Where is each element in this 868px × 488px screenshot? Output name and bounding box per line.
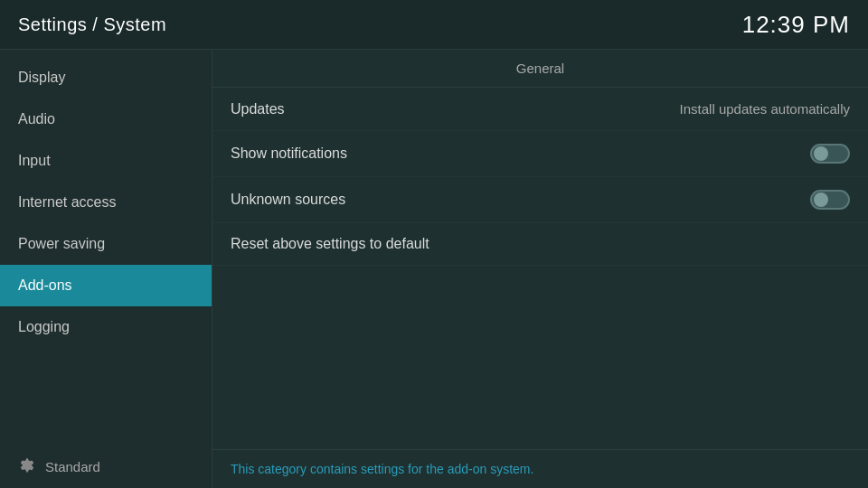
sidebar-item-audio[interactable]: Audio [0, 99, 212, 140]
section-header: General [212, 50, 868, 88]
setting-row-show-notifications[interactable]: Show notifications [212, 131, 868, 177]
content-footer: This category contains settings for the … [212, 449, 868, 488]
sidebar-item-display[interactable]: Display [0, 57, 212, 99]
setting-row-unknown-sources[interactable]: Unknown sources [212, 177, 868, 223]
sidebar-item-power-saving[interactable]: Power saving [0, 223, 212, 265]
sidebar-footer: Standard [0, 445, 212, 488]
setting-row-updates[interactable]: Updates Install updates automatically [212, 88, 868, 131]
unknown-sources-toggle[interactable] [810, 190, 850, 210]
show-notifications-label: Show notifications [231, 145, 347, 162]
clock-display: 12:39 PM [742, 11, 850, 39]
toggle-knob-2 [814, 192, 828, 207]
sidebar-item-input[interactable]: Input [0, 140, 212, 182]
sidebar-item-internet-access[interactable]: Internet access [0, 182, 212, 223]
content-body: General Updates Install updates automati… [212, 50, 868, 449]
gear-icon [18, 457, 36, 475]
content-panel: General Updates Install updates automati… [212, 50, 868, 488]
updates-value: Install updates automatically [680, 101, 850, 117]
sidebar-item-logging[interactable]: Logging [0, 306, 212, 348]
updates-label: Updates [231, 101, 285, 117]
setting-row-reset[interactable]: Reset above settings to default [212, 223, 868, 266]
unknown-sources-label: Unknown sources [231, 192, 345, 208]
sidebar-level-label: Standard [45, 459, 100, 474]
show-notifications-toggle[interactable] [810, 144, 850, 164]
reset-label[interactable]: Reset above settings to default [231, 236, 429, 251]
sidebar-item-add-ons[interactable]: Add-ons [0, 265, 212, 306]
sidebar: Display Audio Input Internet access Powe… [0, 50, 212, 488]
footer-description: This category contains settings for the … [231, 462, 533, 476]
toggle-knob [814, 146, 828, 161]
page-title: Settings / System [18, 14, 166, 35]
